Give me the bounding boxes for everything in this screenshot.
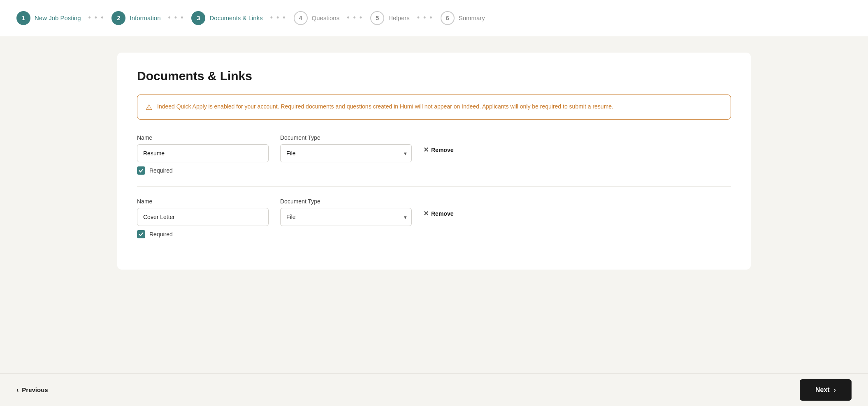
stepper: 1 New Job Posting • • • 2 Information • … bbox=[0, 0, 868, 36]
document-2-name-block: Name bbox=[137, 198, 269, 226]
close-icon: ✕ bbox=[423, 210, 429, 217]
footer-nav: ‹ Previous Next › bbox=[0, 373, 868, 406]
document-2-name-input[interactable] bbox=[137, 208, 269, 226]
step-3-label: Documents & Links bbox=[209, 14, 262, 21]
document-1-required-checkbox[interactable] bbox=[137, 166, 145, 175]
step-3-circle: 3 bbox=[191, 11, 205, 25]
step-6-label: Summary bbox=[459, 14, 485, 21]
document-2-remove-button[interactable]: ✕ Remove bbox=[423, 210, 453, 217]
chevron-right-icon: › bbox=[834, 386, 836, 394]
form-card: Documents & Links ⚠ Indeed Quick Apply i… bbox=[117, 53, 751, 270]
step-4[interactable]: 4 Questions bbox=[294, 11, 340, 25]
step-1-label: New Job Posting bbox=[35, 14, 81, 21]
step-3-dots: • • • bbox=[263, 14, 294, 22]
alert-icon: ⚠ bbox=[146, 103, 152, 112]
step-3[interactable]: 3 Documents & Links bbox=[191, 11, 262, 25]
document-1-type-select[interactable]: File Link bbox=[280, 144, 412, 162]
document-1-type-block: Document Type File Link ▾ bbox=[280, 134, 412, 162]
step-6[interactable]: 6 Summary bbox=[441, 11, 485, 25]
document-1-name-block: Name bbox=[137, 134, 269, 162]
document-2-type-block: Document Type File Link ▾ bbox=[280, 198, 412, 226]
document-1-type-label: Document Type bbox=[280, 134, 412, 141]
previous-button[interactable]: ‹ Previous bbox=[16, 386, 48, 394]
document-2-required-checkbox[interactable] bbox=[137, 230, 145, 238]
document-1-required-label: Required bbox=[149, 167, 173, 174]
step-6-circle: 6 bbox=[441, 11, 455, 25]
document-2-required-row: Required bbox=[137, 230, 731, 238]
document-1-remove-button[interactable]: ✕ Remove bbox=[423, 146, 453, 154]
document-2-required-label: Required bbox=[149, 231, 173, 238]
document-2-type-label: Document Type bbox=[280, 198, 412, 205]
document-row-2: Name Document Type File Link ▾ ✕ bbox=[137, 198, 731, 238]
page-title: Documents & Links bbox=[137, 69, 731, 83]
document-2-type-wrapper: File Link ▾ bbox=[280, 208, 412, 226]
next-button[interactable]: Next › bbox=[800, 379, 852, 401]
step-2-dots: • • • bbox=[161, 14, 192, 22]
close-icon: ✕ bbox=[423, 146, 429, 154]
step-5[interactable]: 5 Helpers bbox=[370, 11, 410, 25]
step-5-label: Helpers bbox=[388, 14, 410, 21]
document-1-type-wrapper: File Link ▾ bbox=[280, 144, 412, 162]
step-4-circle: 4 bbox=[294, 11, 308, 25]
step-1[interactable]: 1 New Job Posting bbox=[16, 11, 81, 25]
step-5-circle: 5 bbox=[370, 11, 384, 25]
step-4-label: Questions bbox=[312, 14, 340, 21]
step-1-circle: 1 bbox=[16, 11, 30, 25]
alert-banner: ⚠ Indeed Quick Apply is enabled for your… bbox=[137, 95, 731, 120]
document-1-name-input[interactable] bbox=[137, 144, 269, 162]
step-1-dots: • • • bbox=[81, 14, 112, 22]
divider bbox=[137, 186, 731, 187]
document-2-type-select[interactable]: File Link bbox=[280, 208, 412, 226]
chevron-left-icon: ‹ bbox=[16, 386, 19, 394]
document-1-required-row: Required bbox=[137, 166, 731, 175]
document-2-fields: Name Document Type File Link ▾ ✕ bbox=[137, 198, 731, 226]
step-2-circle: 2 bbox=[111, 11, 125, 25]
step-4-dots: • • • bbox=[339, 14, 370, 22]
step-2-label: Information bbox=[130, 14, 160, 21]
document-2-remove-label: Remove bbox=[431, 210, 453, 217]
previous-label: Previous bbox=[22, 386, 48, 393]
step-2[interactable]: 2 Information bbox=[111, 11, 160, 25]
document-1-remove-label: Remove bbox=[431, 147, 453, 153]
document-1-fields: Name Document Type File Link ▾ ✕ bbox=[137, 134, 731, 162]
document-2-name-label: Name bbox=[137, 198, 269, 205]
document-1-name-label: Name bbox=[137, 134, 269, 141]
alert-text: Indeed Quick Apply is enabled for your a… bbox=[157, 102, 613, 111]
step-5-dots: • • • bbox=[410, 14, 441, 22]
next-label: Next bbox=[815, 386, 830, 394]
document-row-1: Name Document Type File Link ▾ ✕ bbox=[137, 134, 731, 175]
main-content: Documents & Links ⚠ Indeed Quick Apply i… bbox=[0, 36, 868, 406]
